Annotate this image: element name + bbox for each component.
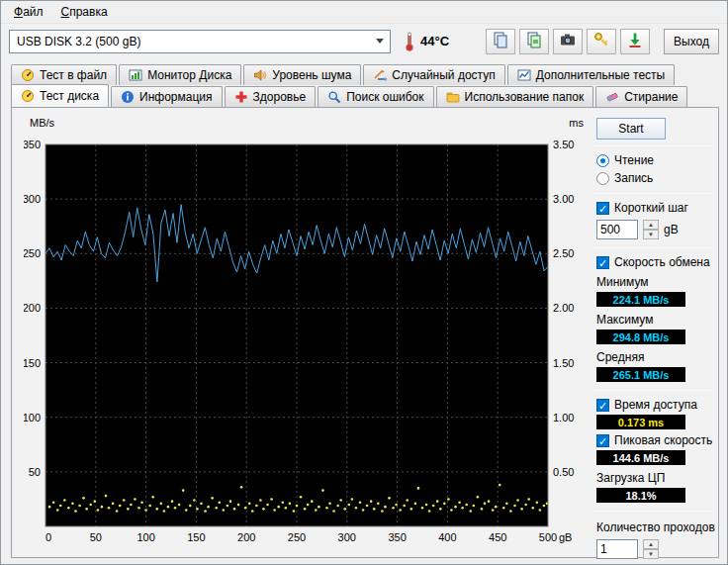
keys-icon (592, 31, 610, 51)
svg-text:500: 500 (539, 531, 557, 543)
tab-noise-level[interactable]: Уровень шума (243, 64, 361, 85)
separator (592, 193, 713, 194)
transfer-rate-checkbox[interactable]: ✓ (596, 256, 609, 269)
access-time-row[interactable]: ✓ Время доступа (596, 398, 713, 412)
burst-rate-checkbox[interactable]: ✓ (596, 434, 609, 447)
write-label: Запись (614, 171, 653, 185)
transfer-rate-row[interactable]: ✓ Скорость обмена (596, 255, 713, 269)
short-stroke-size-row: ▲ ▼ gB (596, 220, 713, 239)
svg-text:1.50: 1.50 (553, 357, 574, 369)
menu-help[interactable]: Справка (52, 2, 117, 22)
folder-icon (446, 90, 460, 104)
short-stroke-unit: gB (664, 223, 679, 236)
tab-info[interactable]: Информация (111, 86, 222, 107)
tab-folder-usage[interactable]: Использование папок (436, 86, 594, 107)
svg-text:MB/s: MB/s (30, 117, 55, 129)
separator (592, 145, 713, 146)
hd-tune-window: Файл Справка USB DISK 3.2 (500 gB) 44°C (0, 0, 728, 565)
max-value: 294.8 MB/s (596, 330, 685, 344)
separator (592, 511, 713, 512)
svg-text:100: 100 (136, 531, 154, 543)
device-select-value: USB DISK 3.2 (500 gB) (17, 35, 140, 48)
short-stroke-checkbox[interactable]: ✓ (596, 202, 609, 215)
min-label: Минимум (596, 275, 713, 289)
tab-extra-tests[interactable]: Дополнительные тесты (507, 64, 675, 85)
tab-error-scan[interactable]: Поиск ошибок (318, 86, 433, 107)
write-radio-row[interactable]: Запись (596, 171, 713, 185)
svg-text:200: 200 (237, 531, 255, 543)
svg-text:2.50: 2.50 (553, 247, 574, 259)
spin-up-icon[interactable]: ▲ (643, 220, 659, 230)
max-label: Максимум (596, 313, 713, 327)
svg-text:50: 50 (29, 466, 41, 478)
tab-random-access[interactable]: Случайный доступ (363, 64, 504, 85)
save-results-button[interactable] (620, 29, 650, 54)
random-arrows-icon (373, 68, 387, 82)
cpu-usage-label: Загрузка ЦП (596, 471, 713, 485)
pass-count-input[interactable] (596, 539, 638, 559)
svg-text:2.00: 2.00 (553, 302, 574, 314)
start-button[interactable]: Start (596, 118, 666, 140)
read-radio[interactable] (596, 154, 609, 167)
gauge-icon (21, 68, 35, 82)
speaker-icon (253, 68, 267, 82)
svg-text:3.00: 3.00 (553, 193, 574, 205)
svg-text:300: 300 (24, 193, 41, 205)
min-value: 224.1 MB/s (596, 292, 685, 307)
tab-label: Уровень шума (272, 68, 351, 82)
svg-text:50: 50 (90, 531, 102, 543)
tab-erase[interactable]: Стирание (595, 86, 687, 107)
read-label: Чтение (614, 153, 654, 167)
svg-text:ms: ms (569, 117, 584, 129)
svg-text:0: 0 (46, 531, 51, 543)
burst-rate-label: Пиковая скорость (614, 433, 712, 447)
pass-count-spinner[interactable]: ▲ ▼ (643, 539, 659, 559)
options-button[interactable] (587, 29, 616, 54)
copy-icon (492, 31, 509, 51)
copy-image-icon (525, 31, 543, 51)
tab-label: Монитор Диска (147, 68, 231, 82)
pass-count-label: Количество проходов (596, 520, 713, 534)
tab-health[interactable]: Здоровье (225, 86, 317, 107)
svg-text:150: 150 (187, 531, 205, 543)
access-time-value: 0.173 ms (596, 415, 685, 429)
menu-file[interactable]: Файл (5, 2, 52, 22)
disk-test-page: MB/sms3503.503003.002502.502002.001501.5… (11, 107, 719, 558)
exit-button[interactable]: Выход (664, 29, 719, 54)
svg-text:200: 200 (24, 302, 41, 314)
extra-tests-icon (517, 68, 531, 82)
short-stroke-spinner[interactable]: ▲ ▼ (643, 220, 659, 239)
tab-label: Дополнительные тесты (536, 68, 665, 82)
write-radio[interactable] (596, 172, 609, 185)
svg-text:0.50: 0.50 (553, 466, 574, 478)
short-stroke-input[interactable] (596, 220, 638, 239)
read-radio-row[interactable]: Чтение (596, 153, 713, 167)
spin-down-icon[interactable]: ▼ (643, 230, 659, 239)
access-time-checkbox[interactable]: ✓ (596, 399, 609, 412)
tab-label: Поиск ошибок (346, 90, 423, 104)
device-select[interactable]: USB DISK 3.2 (500 gB) (9, 30, 391, 53)
separator (592, 390, 713, 391)
short-stroke-row[interactable]: ✓ Короткий шаг (596, 201, 713, 215)
eraser-icon (605, 90, 619, 104)
copy-text-button[interactable] (486, 29, 515, 54)
benchmark-controls: Start Чтение Запись ✓ Короткий шаг ▲ ▼ (592, 118, 713, 565)
burst-rate-row[interactable]: ✓ Пиковая скорость (596, 433, 713, 447)
svg-text:250: 250 (288, 531, 306, 543)
short-stroke-label: Короткий шаг (614, 201, 688, 215)
tab-disk-monitor[interactable]: Монитор Диска (119, 64, 241, 85)
copy-image-button[interactable] (519, 29, 549, 54)
tab-disk-test[interactable]: Тест диска (11, 84, 109, 107)
screenshot-button[interactable] (553, 29, 583, 54)
tab-row-secondary: Тест в файл Монитор Диска Уровень шума С… (11, 64, 677, 85)
svg-text:100: 100 (24, 412, 41, 424)
spin-up-icon[interactable]: ▲ (643, 539, 659, 549)
tab-label: Тест в файл (40, 68, 107, 82)
tab-label: Информация (139, 90, 212, 104)
benchmark-chart: MB/sms3503.503003.002502.502002.001501.5… (24, 113, 595, 550)
access-time-label: Время доступа (614, 398, 697, 412)
svg-text:400: 400 (438, 531, 456, 543)
spin-down-icon[interactable]: ▼ (643, 549, 659, 559)
tab-file-benchmark[interactable]: Тест в файл (11, 64, 117, 85)
thermometer-icon (403, 30, 416, 53)
